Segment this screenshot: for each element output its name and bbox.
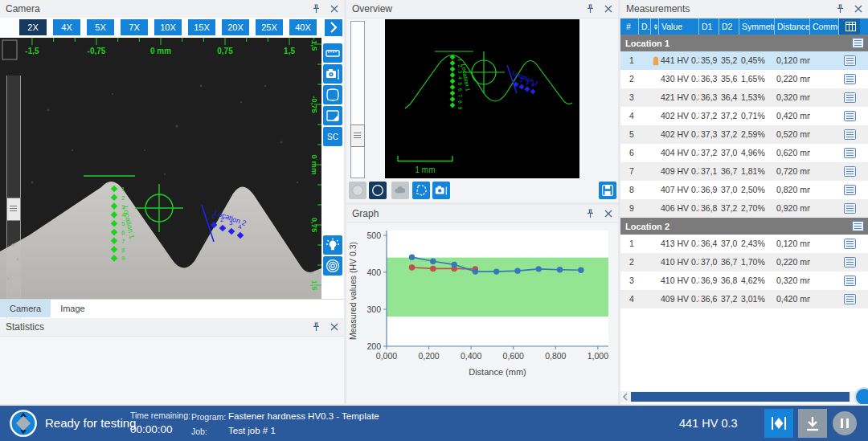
- thread-outline: [405, 55, 572, 109]
- circle-view-button[interactable]: [349, 182, 366, 199]
- row-notes-icon[interactable]: [839, 199, 860, 218]
- measurement-row[interactable]: 4409 HV 0.336,6 µm37,2 µm3,01%0,420 mm: [620, 290, 868, 308]
- group-row[interactable]: Location 1: [620, 35, 868, 51]
- col-comment[interactable]: Comme.: [810, 18, 839, 35]
- magnification-button-10X[interactable]: 10X: [154, 19, 182, 35]
- measurement-row[interactable]: 7409 HV 0.337,1 µm36,7 µm1,81%0,720 mm: [620, 162, 868, 181]
- pause-button[interactable]: [830, 409, 859, 438]
- col-symmetry[interactable]: Symmetry: [739, 18, 775, 35]
- row-notes-icon[interactable]: [839, 125, 860, 144]
- scrollbar-thumb[interactable]: [631, 392, 850, 402]
- measurement-row[interactable]: 1441 HV 0.335,9 µm35,2 µm0,45%0,120 mm: [620, 51, 868, 70]
- row-notes-icon[interactable]: [839, 235, 860, 253]
- measure-ruler-button[interactable]: [323, 43, 342, 63]
- pin-icon[interactable]: [586, 4, 595, 14]
- row-notes-icon[interactable]: [839, 272, 860, 290]
- row-comment: [810, 144, 839, 162]
- camera-slider-handle[interactable]: [6, 198, 21, 221]
- magnification-button-4X[interactable]: 4X: [53, 19, 80, 35]
- row-notes-icon[interactable]: [839, 70, 860, 88]
- measurement-row[interactable]: 6404 HV 0.337,2 µm37,0 µm4,96%0,620 mm: [620, 144, 868, 162]
- measurement-row[interactable]: 4402 HV 0.337,2 µm37,2 µm0,71%0,420 mm: [620, 107, 868, 125]
- col-d2[interactable]: D2: [719, 18, 739, 35]
- row-notes-icon[interactable]: [839, 144, 860, 162]
- pin-icon[interactable]: [836, 4, 845, 14]
- statistics-panel: Statistics: [0, 318, 344, 404]
- measurement-row[interactable]: 3421 HV 0.336,3 µm36,4 µm1,53%0,320 mm: [620, 88, 868, 107]
- row-notes-icon[interactable]: [839, 253, 860, 272]
- camera-vertical-slider[interactable]: [6, 76, 21, 336]
- overview-slider-handle[interactable]: [350, 125, 365, 147]
- row-notes-icon[interactable]: [839, 51, 860, 70]
- row-comment: [810, 88, 839, 107]
- indenter-button[interactable]: [764, 409, 793, 438]
- tab-image[interactable]: Image: [51, 300, 95, 317]
- row-notes-icon[interactable]: [839, 107, 860, 125]
- pin-icon[interactable]: [586, 209, 595, 218]
- magnification-button-40X[interactable]: 40X: [289, 19, 317, 35]
- measurement-row[interactable]: 2410 HV 0.337,0 µm36,7 µm1,70%0,220 mm: [620, 253, 868, 272]
- group-notes-icon[interactable]: [852, 221, 864, 231]
- col-value[interactable]: Value: [659, 18, 699, 35]
- indent-flag-icon: [651, 144, 659, 162]
- autofocus-button[interactable]: [323, 256, 342, 276]
- col-d[interactable]: D...: [639, 18, 651, 35]
- row-notes-icon[interactable]: [839, 88, 860, 107]
- scroll-left-arrow[interactable]: [621, 391, 629, 402]
- close-icon[interactable]: [854, 5, 862, 13]
- col-number[interactable]: #: [624, 18, 639, 35]
- col-d1[interactable]: D1: [699, 18, 719, 35]
- close-icon[interactable]: [604, 210, 612, 218]
- measurement-row[interactable]: 8407 HV 0.336,9 µm37,0 µm2,50%0,820 mm: [620, 181, 868, 199]
- cloud-shape-button[interactable]: [391, 182, 409, 199]
- row-value: 406 HV 0.3: [659, 199, 699, 218]
- snapshot-button[interactable]: [432, 182, 450, 199]
- row-symmetry: 3,01%: [739, 290, 775, 308]
- save-overview-button[interactable]: [599, 182, 616, 199]
- magnification-more-button[interactable]: [325, 19, 342, 36]
- magnification-button-5X[interactable]: 5X: [87, 19, 114, 35]
- row-notes-icon[interactable]: [839, 181, 860, 199]
- magnification-button-7X[interactable]: 7X: [121, 19, 148, 35]
- sc-button[interactable]: SC: [323, 127, 342, 146]
- group-row[interactable]: Location 2: [620, 218, 868, 235]
- polygon-tool-button[interactable]: [412, 182, 430, 199]
- program-label: Program:: [191, 412, 226, 422]
- close-icon[interactable]: [330, 5, 338, 13]
- magnification-button-25X[interactable]: 25X: [256, 19, 283, 35]
- overview-titlebar: Overview: [346, 0, 618, 18]
- row-notes-icon[interactable]: [839, 290, 860, 308]
- measurement-row[interactable]: 9406 HV 0.336,8 µm37,2 µm2,70%0,920 mm: [620, 199, 868, 218]
- magnification-button-15X[interactable]: 15X: [188, 19, 215, 35]
- horizontal-scrollbar[interactable]: [620, 391, 862, 402]
- overview-zoom-slider[interactable]: [350, 21, 365, 178]
- measurement-row[interactable]: 5402 HV 0.337,3 µm37,2 µm2,59%0,520 mm: [620, 125, 868, 144]
- pin-icon[interactable]: [312, 4, 321, 14]
- circle-view-selected-button[interactable]: [369, 182, 387, 199]
- col-sort[interactable]: [651, 18, 659, 35]
- col-distance[interactable]: Distance: [775, 18, 810, 35]
- column-chooser-button[interactable]: [839, 18, 860, 35]
- row-notes-icon[interactable]: [839, 162, 860, 181]
- region-tool-button[interactable]: [323, 106, 342, 125]
- magnification-button-2X[interactable]: 2X: [19, 19, 47, 35]
- magnification-button-20X[interactable]: 20X: [222, 19, 249, 35]
- download-button[interactable]: [798, 409, 827, 438]
- pin-icon[interactable]: [312, 322, 321, 332]
- group-notes-icon[interactable]: [852, 38, 864, 48]
- corner-badge[interactable]: [854, 387, 868, 404]
- row-d1: 35,9 µm: [699, 51, 719, 70]
- tab-camera[interactable]: Camera: [0, 300, 51, 317]
- measurement-row[interactable]: 2430 HV 0.336,3 µm35,6 µm1,65%0,220 mm: [620, 70, 868, 88]
- measurement-row[interactable]: 3410 HV 0.336,9 µm36,8 µm4,62%0,320 mm: [620, 272, 868, 290]
- measurement-row[interactable]: 1413 HV 0.336,4 µm37,0 µm2,43%0,120 mm: [620, 235, 868, 253]
- close-icon[interactable]: [330, 323, 338, 331]
- job-label: Job:: [191, 427, 207, 436]
- overview-canvas: 1234567891234 Location 1 Location 2 1 mm: [385, 19, 579, 178]
- svg-text:6: 6: [457, 88, 464, 92]
- close-icon[interactable]: [604, 5, 612, 13]
- svg-text:0,75: 0,75: [310, 218, 319, 233]
- light-button[interactable]: [323, 235, 342, 255]
- capture-camera-button[interactable]: [323, 64, 342, 84]
- contour-tool-button[interactable]: [323, 85, 342, 104]
